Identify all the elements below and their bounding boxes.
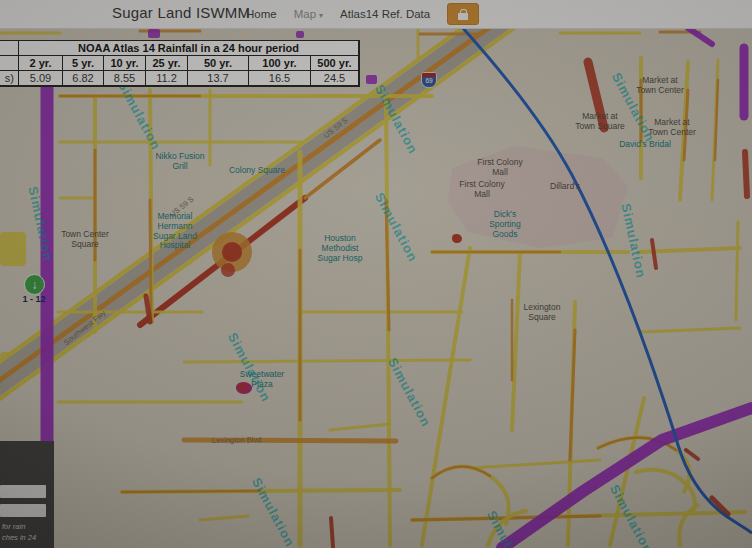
value-cell: 8.55 (104, 71, 146, 86)
panel-text-line2: ches in 24 (2, 533, 36, 542)
app-window: Sugar Land ISWMM Home Map▾ Atlas14 Ref. … (0, 0, 752, 548)
column-header: 2 yr. (19, 56, 63, 71)
table-cell (0, 41, 19, 56)
table-title: NOAA Atlas 14 Rainfall in a 24 hour peri… (19, 41, 359, 56)
column-header: 100 yr. (249, 56, 311, 71)
flood-spot-marker (452, 234, 462, 243)
table-cell (0, 56, 19, 71)
column-header: 25 yr. (146, 56, 188, 71)
map-marker-label: 1 - 12 (22, 294, 45, 304)
lock-icon (458, 13, 468, 20)
value-cell: 16.5 (249, 71, 311, 86)
app-title: Sugar Land ISWMM (112, 4, 250, 21)
nav-home[interactable]: Home (246, 8, 277, 20)
map-marker[interactable]: ↓ (24, 274, 45, 295)
value-cell: 6.82 (63, 71, 104, 86)
interstate-69-shield: 69 (421, 72, 437, 88)
panel-input-1[interactable] (0, 485, 46, 498)
value-cell: 5.09 (19, 71, 63, 86)
column-header: 500 yr. (311, 56, 359, 71)
column-header: 10 yr. (104, 56, 146, 71)
flood-spot-marker (236, 382, 252, 394)
panel-input-2[interactable] (0, 504, 46, 517)
sign-in-button[interactable] (447, 3, 479, 25)
value-cell: 24.5 (311, 71, 359, 86)
panel-text-line1: for rain (2, 522, 25, 531)
main-nav: Home Map▾ Atlas14 Ref. Data (246, 0, 479, 28)
app-header: Sugar Land ISWMM Home Map▾ Atlas14 Ref. … (0, 0, 752, 29)
nav-map[interactable]: Map▾ (294, 8, 323, 20)
column-header: 50 yr. (188, 56, 249, 71)
chevron-down-icon: ▾ (319, 11, 323, 20)
row-label: s) (0, 71, 19, 86)
nav-atlas14-ref-data[interactable]: Atlas14 Ref. Data (340, 8, 430, 20)
rainfall-table: NOAA Atlas 14 Rainfall in a 24 hour peri… (0, 40, 360, 87)
down-arrow-icon: ↓ (32, 278, 38, 292)
value-cell: 13.7 (188, 71, 249, 86)
column-header: 5 yr. (63, 56, 104, 71)
value-cell: 11.2 (146, 71, 188, 86)
simulation-panel: for rain ches in 24 (0, 441, 54, 548)
